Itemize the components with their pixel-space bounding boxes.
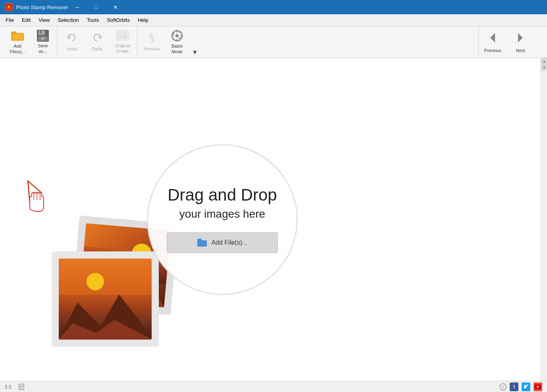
svg-rect-7 — [40, 31, 42, 34]
add-files-button[interactable]: Add File(s)... — [5, 29, 30, 56]
svg-rect-21 — [171, 35, 174, 37]
drag-drop-text2: your images here — [179, 208, 265, 220]
photo-front-sky — [59, 259, 152, 295]
twitter-icon[interactable] — [522, 382, 530, 391]
toolbar-dropdown-arrow[interactable]: ▼ — [191, 49, 198, 56]
remove-label: Remove — [144, 46, 160, 52]
photo-front-sun — [87, 273, 104, 290]
next-icon — [514, 31, 527, 46]
toolbar: Add File(s)... Save as... — [0, 26, 547, 58]
save-icon — [37, 30, 49, 42]
facebook-icon[interactable]: f — [510, 382, 518, 391]
close-button[interactable]: ✕ — [106, 0, 125, 14]
redo-icon — [91, 32, 104, 45]
svg-point-18 — [175, 34, 179, 37]
main-content: Drag and Drop your images here Add File(… — [0, 58, 547, 381]
drag-drop-circle: Drag and Drop your images here Add File(… — [147, 144, 298, 295]
menu-softorbits[interactable]: SoftOrbits — [103, 15, 134, 25]
menu-edit[interactable]: Edit — [18, 15, 35, 25]
previous-icon — [486, 31, 499, 46]
menu-view[interactable]: View — [35, 15, 54, 25]
zoom-level: 1:1 — [5, 384, 12, 390]
photo-front-image — [59, 259, 152, 340]
svg-point-9 — [41, 37, 44, 40]
hand-cursor — [26, 188, 50, 218]
save-as-label: Save as... — [38, 43, 48, 54]
photo-front — [52, 251, 159, 347]
svg-rect-20 — [177, 39, 178, 41]
svg-marker-11 — [98, 35, 101, 39]
svg-point-14 — [124, 32, 126, 35]
svg-rect-19 — [177, 30, 178, 33]
remove-button[interactable]: Remove — [139, 29, 164, 56]
original-image-icon — [116, 30, 129, 42]
save-as-button[interactable]: Save as... — [30, 29, 56, 56]
status-bar: 1:1 i f — [0, 381, 547, 392]
youtube-icon[interactable] — [534, 382, 542, 391]
title-text: Photo Stamp Remover — [16, 4, 68, 10]
folder-icon — [11, 29, 24, 42]
batch-mode-label: Batch Mode — [171, 44, 183, 54]
previous-button[interactable]: Previous — [479, 26, 507, 58]
remove-icon — [145, 32, 158, 45]
redo-label: Redo — [92, 46, 102, 52]
menu-selection[interactable]: Selection — [54, 15, 83, 25]
svg-rect-4 — [12, 34, 23, 40]
svg-rect-22 — [180, 35, 183, 37]
page-icon — [18, 383, 25, 390]
menu-help[interactable]: Help — [134, 15, 152, 25]
menu-file[interactable]: File — [2, 15, 18, 25]
svg-rect-3 — [11, 32, 16, 35]
svg-rect-13 — [117, 31, 128, 40]
svg-marker-28 — [518, 33, 523, 42]
undo-label: Undo — [67, 46, 77, 52]
svg-text:i: i — [503, 385, 504, 389]
menu-tools[interactable]: Tools — [83, 15, 103, 25]
add-files-circle-button[interactable]: Add File(s)... — [167, 232, 278, 253]
folder-small-icon — [197, 239, 207, 247]
scrollbar-track: ▲ ▼ — [541, 58, 547, 381]
batch-mode-button[interactable]: Batch Mode — [164, 29, 190, 56]
redo-button[interactable]: Redo — [85, 29, 110, 56]
undo-button[interactable]: Undo — [59, 29, 85, 56]
next-label: Next — [516, 48, 525, 53]
add-files-label: Add File(s)... — [10, 44, 25, 54]
scroll-up-button[interactable]: ▲ — [541, 58, 547, 64]
app-icon — [5, 3, 13, 11]
svg-rect-15 — [149, 33, 155, 43]
menu-bar: File Edit View Selection Tools SoftOrbit… — [0, 14, 547, 26]
drag-drop-text1: Drag and Drop — [168, 186, 277, 204]
add-files-circle-label: Add File(s)... — [212, 239, 248, 246]
undo-icon — [65, 32, 78, 45]
title-bar: Photo Stamp Remover ─ □ ✕ — [0, 0, 547, 14]
svg-marker-10 — [68, 35, 71, 39]
scroll-down-button[interactable]: ▼ — [541, 64, 547, 71]
batch-mode-icon — [171, 29, 183, 42]
previous-label: Previous — [484, 48, 501, 53]
minimize-button[interactable]: ─ — [68, 0, 87, 14]
original-image-button[interactable]: Original Image — [110, 29, 135, 56]
info-icon[interactable]: i — [499, 383, 507, 390]
svg-marker-27 — [490, 33, 495, 42]
next-button[interactable]: Next — [507, 26, 534, 58]
original-image-label: Original Image — [115, 43, 130, 54]
maximize-button[interactable]: □ — [87, 0, 106, 14]
toolbar-nav: Previous Next — [478, 26, 534, 58]
